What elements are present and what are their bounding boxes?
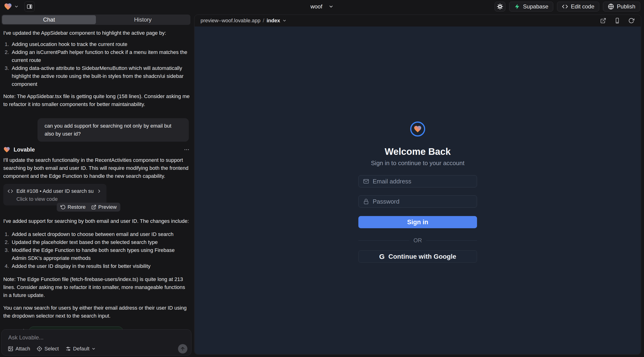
restore-button[interactable]: Restore [60,204,86,210]
code-icon [8,188,13,194]
restored-row: Restored #107 Highlight Active Page in S… [3,326,190,329]
email-field-wrapper [358,175,477,188]
assistant-name: Lovable [14,146,35,153]
assistant-message-outro: You can now search for users by either t… [3,304,190,320]
edit-card-title: Edit #108 • Add user ID search supp... [16,188,93,194]
project-name: woof [310,3,322,10]
user-message-bubble: can you add support for searching not on… [38,118,189,142]
tab-history[interactable]: History [96,15,190,24]
preview-panel: preview--woof.lovable.app / index Welcom… [194,14,641,355]
chat-panel: Chat History I've updated the AppSidebar… [0,13,194,357]
heart-logo-icon [3,146,10,153]
open-in-new-tab-button[interactable] [600,17,607,24]
assistant-note: Note: The Edge Function file (fetch-fire… [3,275,190,299]
assistant-note: Note: The AppSidebar.tsx file is getting… [3,92,190,108]
globe-icon [608,4,614,10]
supabase-icon [514,4,520,10]
sidebar-toggle-button[interactable] [24,2,35,12]
chat-composer: Attach Select Default [2,329,191,356]
select-label: Select [44,346,59,352]
list-number: 1. [3,40,12,48]
chat-message-list[interactable]: I've updated the AppSidebar component to… [0,24,194,329]
continue-with-google-button[interactable]: G Continue with Google [358,250,477,263]
chat-input[interactable] [6,333,188,342]
assistant-header: Lovable [3,146,190,154]
list-text: Adding useLocation hook to track the cur… [12,40,190,48]
arrow-up-icon [180,346,185,351]
top-bar: woof Supabase [0,0,644,13]
preview-page: index [267,18,280,24]
supabase-label: Supabase [523,3,548,10]
list-text: Modified the Edge Function to handle bot… [12,246,190,262]
assistant-message-intro: I'll update the search functionality in … [3,156,190,180]
preview-viewport: Welcome Back Sign in to continue to your… [195,26,641,354]
assistant-list: 1. Added a select dropdown to choose bet… [3,230,190,270]
email-field[interactable] [373,178,472,185]
publish-button[interactable]: Publish [603,2,640,12]
edit-code-button[interactable]: Edit code [557,2,599,12]
divider-label: OR [414,237,422,244]
list-number: 3. [3,64,12,88]
google-g-icon: G [379,252,384,260]
mode-selector[interactable]: Default [66,346,96,352]
password-field[interactable] [373,198,472,205]
smartphone-icon [614,18,620,24]
list-text: Adding data-active attribute to SidebarM… [12,64,190,88]
list-item: 1. Added a select dropdown to choose bet… [3,230,190,238]
lovable-logo-menu[interactable] [4,2,19,11]
gear-icon [497,4,503,10]
select-button[interactable]: Select [36,346,59,352]
edit-card-subtitle: Click to view code [16,196,102,202]
list-text: Added a select dropdown to choose betwee… [12,230,190,238]
heart-logo-icon [414,125,422,133]
chat-history-tabs: Chat History [2,14,190,25]
external-link-icon [91,204,96,210]
send-button[interactable] [178,344,188,354]
chevron-down-icon [282,18,286,23]
divider-line [426,240,477,241]
code-icon [562,4,568,10]
refresh-button[interactable] [628,17,635,24]
tab-chat[interactable]: Chat [2,15,96,24]
more-horizontal-icon[interactable] [184,146,190,153]
heart-logo-icon [4,2,12,11]
edit-version-card[interactable]: Edit #108 • Add user ID search supp... C… [3,184,106,206]
list-item: 1. Adding useLocation hook to track the … [3,40,190,48]
project-switcher[interactable]: woof [310,0,334,13]
assistant-list: 1. Adding useLocation hook to track the … [3,40,190,88]
attach-label: Attach [16,346,30,352]
google-button-label: Continue with Google [388,253,456,260]
list-number: 2. [3,48,12,64]
chevron-down-icon [92,347,96,351]
refresh-icon [628,18,634,24]
supabase-button[interactable]: Supabase [509,2,553,12]
preview-button[interactable]: Preview [91,204,116,210]
restored-version-badge[interactable]: #107 Highlight Active Page in Sidebar [29,326,123,329]
list-item: 3. Adding data-active attribute to Sideb… [3,64,190,88]
app-logo [410,122,425,136]
sign-in-button[interactable]: Sign in [358,216,477,228]
preview-label: Preview [98,204,116,210]
page-subtitle: Sign in to continue to your account [371,160,464,167]
target-icon [36,346,42,352]
mobile-view-button[interactable] [614,17,621,24]
list-text: Updated the placeholder text based on th… [12,238,190,246]
preview-address[interactable]: preview--woof.lovable.app / index [200,18,286,24]
path-separator: / [263,18,264,24]
list-number: 1. [3,230,12,238]
attach-button[interactable]: Attach [8,346,30,352]
list-item: 2. Updated the placeholder text based on… [3,238,190,246]
list-number: 3. [3,246,12,262]
settings-button[interactable] [494,2,506,12]
login-form: Welcome Back Sign in to continue to your… [358,26,477,263]
mode-label: Default [73,346,90,352]
list-number: 2. [3,238,12,246]
sidebar-toggle-icon [26,4,32,10]
page-title: Welcome Back [384,146,451,157]
preview-domain: preview--woof.lovable.app [200,18,260,24]
divider: OR [358,237,477,244]
image-plus-icon [8,346,13,352]
version-actions: Restore Preview [57,203,120,212]
list-text: Added the user ID display in the results… [12,262,190,270]
restore-label: Restore [68,204,86,210]
